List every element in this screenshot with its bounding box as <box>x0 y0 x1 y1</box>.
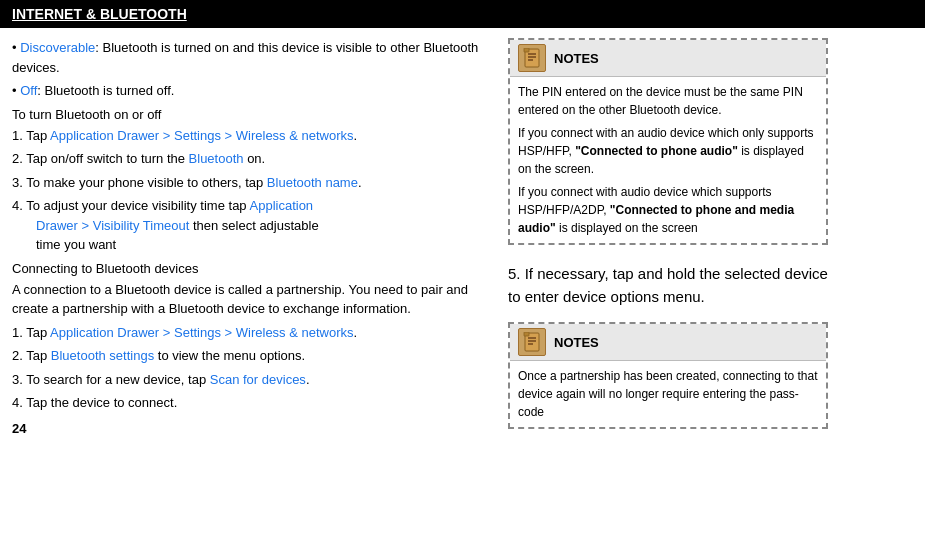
page-content: Discoverable: Bluetooth is turned on and… <box>0 28 925 543</box>
notes-icon-1 <box>518 44 546 72</box>
notes-icon-2 <box>518 328 546 356</box>
notes-2-item-1: Once a partnership has been created, con… <box>518 367 818 421</box>
page: INTERNET & BLUETOOTH Discoverable: Bluet… <box>0 0 925 543</box>
notes-header-1: NOTES <box>510 40 826 77</box>
link-bluetooth-settings: Bluetooth settings <box>51 348 154 363</box>
link-discoverable: Discoverable <box>20 40 95 55</box>
connecting-desc: A connection to a Bluetooth device is ca… <box>12 280 492 319</box>
notes-title-2: NOTES <box>554 335 599 350</box>
link-bluetooth-1: Bluetooth <box>189 151 244 166</box>
bullet-off: Off: Bluetooth is turned off. <box>12 81 492 101</box>
bullet-discoverable: Discoverable: Bluetooth is turned on and… <box>12 38 492 77</box>
notes-box-1: NOTES The PIN entered on the device must… <box>508 38 828 245</box>
step-5: 5. If necessary, tap and hold the select… <box>508 263 828 308</box>
page-title: INTERNET & BLUETOOTH <box>12 6 187 22</box>
step-connect-3: 3. To search for a new device, tap Scan … <box>12 370 492 390</box>
link-app-drawer-1: Application Drawer > Settings > Wireless… <box>50 128 353 143</box>
link-bluetooth-name: Bluetooth name <box>267 175 358 190</box>
link-app-drawer-visibility: Application Drawer > Visibility Timeout <box>12 198 313 233</box>
right-column: NOTES The PIN entered on the device must… <box>508 38 828 533</box>
step-connect-2: 2. Tap Bluetooth settings to view the me… <box>12 346 492 366</box>
notes-1-item-3: If you connect with audio device which s… <box>518 183 818 237</box>
page-header: INTERNET & BLUETOOTH <box>0 0 925 28</box>
link-app-drawer-2: Application Drawer > Settings > Wireless… <box>50 325 353 340</box>
link-off: Off <box>20 83 37 98</box>
notes-body-1: The PIN entered on the device must be th… <box>510 77 826 243</box>
notes-header-2: NOTES <box>510 324 826 361</box>
notes-title-1: NOTES <box>554 51 599 66</box>
left-column: Discoverable: Bluetooth is turned on and… <box>12 38 492 533</box>
notes-box-2: NOTES Once a partnership has been create… <box>508 322 828 429</box>
svg-rect-4 <box>524 48 529 52</box>
notes-body-2: Once a partnership has been created, con… <box>510 361 826 427</box>
step-on-3: 3. To make your phone visible to others,… <box>12 173 492 193</box>
heading-connecting: Connecting to Bluetooth devices <box>12 261 492 276</box>
notes-1-item-2: If you connect with an audio device whic… <box>518 124 818 178</box>
step-connect-1: 1. Tap Application Drawer > Settings > W… <box>12 323 492 343</box>
page-number: 24 <box>12 421 492 436</box>
notes-1-item-1: The PIN entered on the device must be th… <box>518 83 818 119</box>
step-connect-4: 4. Tap the device to connect. <box>12 393 492 413</box>
heading-turn-on: To turn Bluetooth on or off <box>12 107 492 122</box>
link-scan-devices: Scan for devices <box>210 372 306 387</box>
step-on-1: 1. Tap Application Drawer > Settings > W… <box>12 126 492 146</box>
svg-rect-9 <box>524 332 529 336</box>
step-on-4: 4. To adjust your device visibility time… <box>12 196 492 255</box>
step-on-2: 2. Tap on/off switch to turn the Bluetoo… <box>12 149 492 169</box>
